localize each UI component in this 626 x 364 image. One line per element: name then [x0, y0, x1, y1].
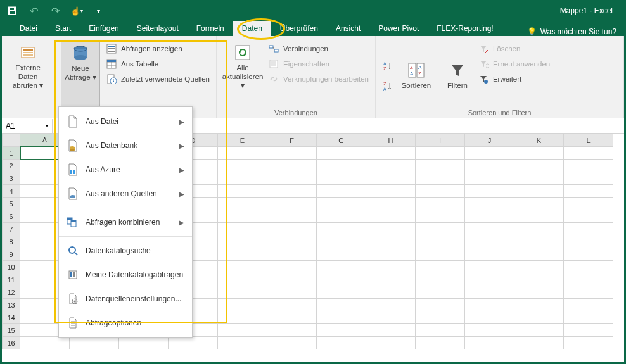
cell[interactable] [416, 223, 465, 235]
cell[interactable] [564, 324, 613, 337]
menu-source-settings[interactable]: Datenquelleneinstellungen... [59, 287, 192, 311]
cell[interactable] [465, 172, 514, 185]
cell[interactable] [267, 235, 317, 248]
filter-button[interactable]: Filtern [443, 58, 472, 91]
row-header[interactable]: 16 [3, 337, 20, 349]
cell[interactable] [366, 210, 416, 223]
recent-sources-button[interactable]: Zuletzt verwendete Quellen [106, 74, 210, 84]
cell[interactable] [564, 185, 613, 198]
cell[interactable] [465, 210, 514, 223]
cell[interactable] [514, 185, 564, 198]
tab-flex[interactable]: FLEX-Reporting! [428, 21, 502, 36]
external-data-button[interactable]: Externe Daten abrufen ▾ [8, 40, 48, 115]
cell[interactable] [267, 210, 317, 223]
save-icon[interactable] [7, 6, 17, 16]
refresh-all-button[interactable]: Alle aktualisieren ▾ [223, 40, 262, 108]
select-all-corner[interactable] [3, 134, 20, 147]
cell[interactable] [218, 337, 267, 349]
cell[interactable] [514, 160, 564, 172]
cell[interactable] [465, 248, 514, 261]
cell[interactable] [70, 337, 119, 349]
cell[interactable] [366, 223, 416, 235]
row-header[interactable]: 14 [3, 311, 20, 324]
cell[interactable] [267, 337, 317, 349]
from-table-button[interactable]: Aus Tabelle [106, 59, 210, 69]
column-header[interactable]: I [416, 134, 465, 147]
cell[interactable] [416, 337, 465, 349]
cell[interactable] [564, 311, 613, 324]
show-queries-button[interactable]: Abfragen anzeigen [106, 44, 210, 54]
cell[interactable] [317, 147, 366, 160]
cell[interactable] [218, 248, 267, 261]
cell[interactable] [317, 210, 366, 223]
cell[interactable] [514, 248, 564, 261]
cell[interactable] [465, 324, 514, 337]
cell[interactable] [317, 299, 366, 311]
cell[interactable] [514, 337, 564, 349]
tab-data[interactable]: Daten [233, 21, 271, 36]
cell[interactable] [465, 261, 514, 273]
cell[interactable] [564, 273, 613, 286]
cell[interactable] [366, 273, 416, 286]
tab-view[interactable]: Ansicht [327, 21, 369, 36]
cell[interactable] [267, 311, 317, 324]
cell[interactable] [267, 324, 317, 337]
row-header[interactable]: 5 [3, 198, 20, 210]
cell[interactable] [416, 324, 465, 337]
cell[interactable] [465, 198, 514, 210]
cell[interactable] [366, 160, 416, 172]
menu-query-options[interactable]: Abfrageoptionen [59, 311, 192, 335]
tab-review[interactable]: Überprüfen [271, 21, 327, 36]
row-header[interactable]: 3 [3, 172, 20, 185]
tab-formulas[interactable]: Formeln [188, 21, 233, 36]
cell[interactable] [514, 210, 564, 223]
cell[interactable] [366, 248, 416, 261]
cell[interactable] [267, 172, 317, 185]
cell[interactable] [514, 273, 564, 286]
cell[interactable] [317, 337, 366, 349]
cell[interactable] [317, 261, 366, 273]
cell[interactable] [514, 172, 564, 185]
cell[interactable] [317, 172, 366, 185]
tab-powerpivot[interactable]: Power Pivot [369, 21, 428, 36]
cell[interactable] [514, 261, 564, 273]
cell[interactable] [416, 160, 465, 172]
cell[interactable] [317, 160, 366, 172]
menu-combine-queries[interactable]: Abfragen kombinieren ▶ [59, 210, 192, 234]
cell[interactable] [317, 248, 366, 261]
menu-from-other[interactable]: Aus anderen Quellen ▶ [59, 182, 192, 206]
row-header[interactable]: 15 [3, 324, 20, 337]
cell[interactable] [366, 261, 416, 273]
cell[interactable] [366, 337, 416, 349]
cell[interactable] [169, 337, 218, 349]
cell[interactable] [465, 286, 514, 299]
cell[interactable] [564, 160, 613, 172]
cell[interactable] [366, 198, 416, 210]
tell-me[interactable]: 💡 Was möchten Sie tun? [527, 27, 624, 36]
cell[interactable] [416, 299, 465, 311]
sort-za-button[interactable]: ZA [382, 81, 392, 91]
cell[interactable] [416, 198, 465, 210]
cell[interactable] [465, 160, 514, 172]
sort-az-button[interactable]: AZ [382, 61, 392, 71]
cell[interactable] [564, 299, 613, 311]
advanced-button[interactable]: Erweitert [478, 74, 550, 84]
cell[interactable] [564, 235, 613, 248]
cell[interactable] [366, 324, 416, 337]
cell[interactable] [465, 337, 514, 349]
cell[interactable] [218, 235, 267, 248]
menu-catalog-search[interactable]: Datenkatalogsuche [59, 239, 192, 263]
cell[interactable] [267, 248, 317, 261]
cell[interactable] [564, 198, 613, 210]
tab-home[interactable]: Start [46, 21, 80, 36]
cell[interactable] [514, 223, 564, 235]
row-header[interactable]: 11 [3, 273, 20, 286]
cell[interactable] [218, 223, 267, 235]
cell[interactable] [465, 311, 514, 324]
cell[interactable] [514, 286, 564, 299]
column-header[interactable]: F [267, 134, 317, 147]
tab-pagelayout[interactable]: Seitenlayout [128, 21, 188, 36]
cell[interactable] [218, 286, 267, 299]
cell[interactable] [267, 198, 317, 210]
cell[interactable] [465, 223, 514, 235]
